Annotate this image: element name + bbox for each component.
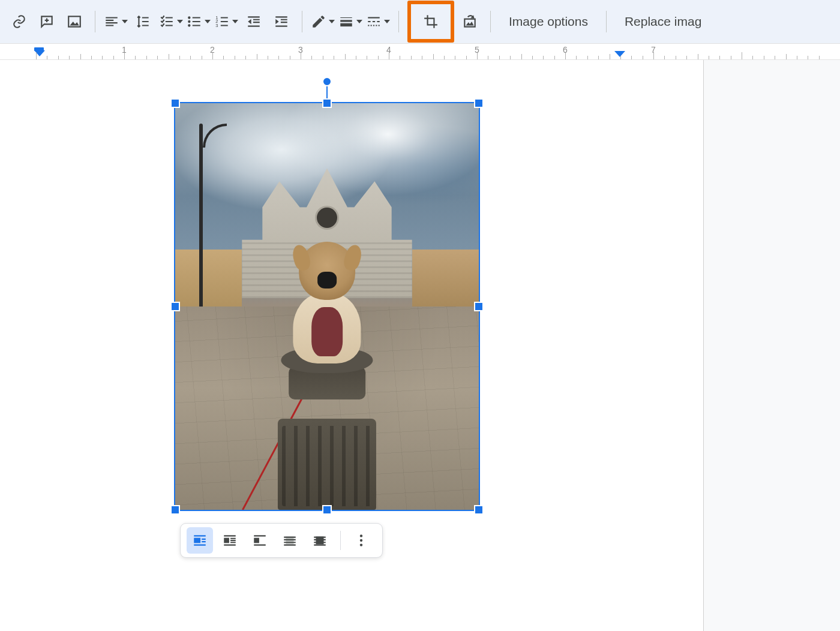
ruler-tick (58, 56, 59, 59)
ruler[interactable]: 1234567 (0, 43, 840, 60)
resize-handle-b[interactable] (322, 505, 332, 515)
toolbar: 123 Image options Replace imag (0, 0, 840, 43)
add-comment-button[interactable] (34, 8, 60, 35)
ruler-tick (47, 56, 47, 59)
ruler-tick (587, 56, 588, 59)
image-content (175, 103, 479, 510)
ruler-tick (543, 56, 544, 59)
insert-image-button[interactable] (61, 8, 88, 35)
selected-image[interactable] (174, 102, 480, 511)
wrap-front-button[interactable] (307, 527, 333, 554)
chevron-down-icon (232, 20, 238, 23)
ruler-number: 6 (563, 45, 568, 55)
border-dash-button[interactable] (365, 8, 391, 35)
ruler-tick (620, 56, 621, 59)
ruler-tick (146, 56, 147, 59)
ruler-tick (245, 56, 246, 59)
ruler-tick (698, 54, 698, 59)
bulleted-list-button[interactable] (185, 8, 212, 35)
chevron-down-icon (384, 20, 390, 23)
ruler-number: 7 (651, 45, 656, 55)
ruler-tick (278, 56, 279, 59)
ruler-tick (257, 54, 257, 59)
decrease-indent-icon (246, 14, 262, 29)
reset-image-button[interactable] (457, 8, 483, 35)
ruler-tick (521, 54, 522, 59)
checklist-icon (159, 14, 175, 29)
resize-handle-l[interactable] (170, 302, 180, 311)
border-weight-button[interactable] (337, 8, 364, 35)
chevron-down-icon (329, 20, 335, 23)
svg-point-14 (360, 539, 362, 542)
ruler-tick (157, 56, 158, 59)
ruler-tick (378, 56, 379, 59)
ruler-tick (356, 56, 356, 59)
crop-icon (423, 14, 439, 29)
svg-rect-10 (254, 538, 259, 543)
resize-handle-bl[interactable] (170, 505, 180, 515)
numbered-list-button[interactable]: 123 (213, 8, 239, 35)
ruler-tick (69, 56, 70, 59)
resize-handle-tr[interactable] (474, 98, 484, 108)
ruler-number: 4 (386, 45, 391, 55)
ruler-tick (488, 56, 488, 59)
line-spacing-icon (136, 14, 151, 29)
reset-image-icon (462, 14, 478, 29)
checklist-button[interactable] (158, 8, 184, 35)
border-color-button[interactable] (310, 8, 336, 35)
wrap-text-button[interactable] (217, 527, 243, 554)
ruler-tick (433, 54, 434, 59)
wrap-inline-icon (192, 533, 208, 548)
resize-handle-r[interactable] (474, 302, 484, 311)
separator (302, 11, 302, 32)
increase-indent-button[interactable] (268, 8, 295, 35)
page[interactable] (0, 60, 704, 631)
ruler-tick (808, 56, 808, 59)
rotation-handle[interactable] (322, 77, 332, 86)
ruler-tick (235, 56, 235, 59)
wrap-break-button[interactable] (247, 527, 273, 554)
ruler-tick (345, 54, 346, 59)
ruler-tick (554, 56, 555, 59)
ruler-tick (631, 56, 632, 59)
more-layout-options-button[interactable] (348, 527, 374, 554)
insert-link-button[interactable] (6, 8, 32, 35)
image-options-button[interactable]: Image options (498, 8, 599, 35)
align-button[interactable] (103, 8, 129, 35)
ruler-tick (444, 56, 445, 59)
link-icon (11, 14, 27, 29)
ruler-tick (91, 56, 92, 59)
resize-handle-t[interactable] (322, 98, 332, 108)
ruler-tick (676, 56, 676, 59)
wrap-break-icon (252, 533, 268, 548)
ruler-tick (367, 56, 367, 59)
svg-text:3: 3 (215, 23, 218, 28)
resize-handle-br[interactable] (474, 505, 484, 515)
chevron-down-icon (205, 20, 211, 23)
decrease-indent-button[interactable] (241, 8, 267, 35)
ruler-number: 5 (475, 45, 479, 55)
increase-indent-icon (274, 14, 289, 29)
line-weight-icon (338, 14, 354, 29)
replace-image-button[interactable]: Replace imag (614, 8, 712, 35)
ruler-tick (775, 56, 775, 59)
ruler-tick (411, 56, 412, 59)
ruler-tick (709, 56, 709, 59)
ruler-tick (731, 56, 731, 59)
ruler-tick (422, 56, 422, 59)
resize-handle-tl[interactable] (170, 98, 180, 108)
ruler-tick (135, 56, 136, 59)
crop-image-button[interactable] (418, 8, 444, 35)
ruler-tick (36, 52, 37, 59)
svg-rect-7 (464, 19, 475, 27)
ruler-tick (466, 56, 467, 59)
ruler-tick (576, 56, 577, 59)
svg-rect-12 (316, 537, 324, 545)
svg-point-13 (360, 534, 362, 537)
ruler-tick (223, 56, 224, 59)
wrap-behind-button[interactable] (277, 527, 303, 554)
wrap-inline-button[interactable] (187, 527, 213, 554)
ruler-tick (323, 56, 323, 59)
bulleted-list-icon (187, 14, 202, 29)
line-spacing-button[interactable] (130, 8, 157, 35)
